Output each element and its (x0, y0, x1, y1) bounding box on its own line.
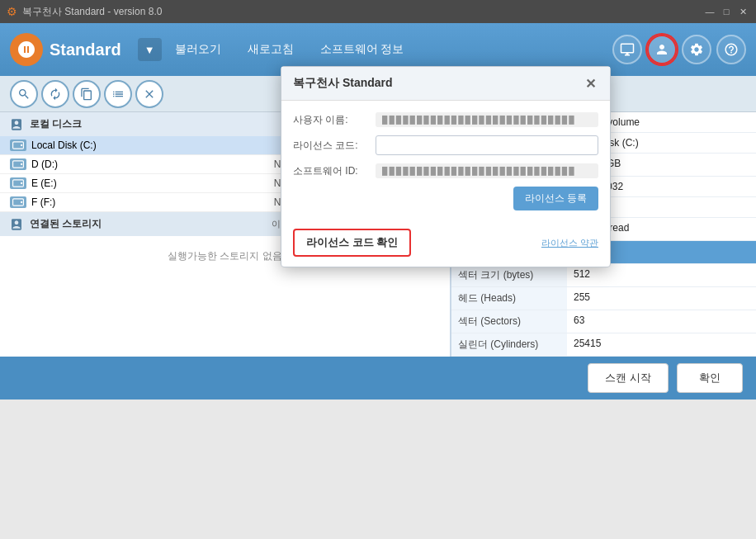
disk-name-c: Local Disk (C:) (31, 139, 236, 151)
conn-storage-label: 연결된 스토리지 (30, 217, 102, 231)
load-button[interactable]: 불러오기 (162, 35, 234, 64)
question-icon-button[interactable] (716, 35, 746, 64)
sector-size-label: 섹터 크기 (bytes) (451, 264, 567, 286)
refresh-label: 새로고침 (248, 42, 294, 57)
disk-icon-e (10, 177, 26, 189)
local-disk-label: 로컬 디스크 (30, 117, 82, 131)
software-id-label: 소프트웨어 ID: (293, 164, 376, 178)
app-logo: Standard (10, 33, 135, 66)
disk-icon-f (10, 196, 26, 208)
popup-username-row: 사용자 이름: ████████████████████████████ (293, 112, 598, 127)
sectors-struct-value: 63 (567, 310, 756, 333)
close-action-button[interactable] (135, 80, 163, 108)
cylinders-label: 실린더 (Cylinders) (451, 333, 567, 356)
svg-point-3 (21, 163, 22, 165)
svg-point-7 (21, 201, 22, 203)
disk-name-d: D (D:) (31, 158, 236, 170)
load-label: 불러오기 (175, 42, 221, 57)
list-action-button[interactable] (104, 80, 132, 108)
software-info-button[interactable]: 소프트웨어 정보 (307, 35, 418, 64)
register-license-button[interactable]: 라이선스 등록 (513, 187, 598, 210)
maximize-button[interactable]: □ (720, 5, 733, 18)
heads-value: 255 (567, 287, 756, 310)
license-confirm-button[interactable]: 라이선스 코드 확인 (293, 229, 411, 257)
popup-title: 복구천사 Standard (293, 76, 393, 91)
close-button[interactable]: ✕ (736, 5, 749, 18)
disk-icon-d (10, 158, 26, 170)
username-field-value: ████████████████████████████ (376, 112, 598, 127)
app-name: Standard (50, 40, 121, 59)
refresh-action-button[interactable] (41, 80, 69, 108)
toolbar-right (612, 35, 746, 64)
monitor-icon-button[interactable] (612, 35, 642, 64)
search-action-button[interactable] (10, 80, 38, 108)
license-popup: 복구천사 Standard ✕ 사용자 이름: ████████████████… (281, 66, 611, 267)
info-row-sectors-struct: 섹터 (Sectors) 63 (451, 310, 756, 333)
heads-label: 헤드 (Heads) (451, 287, 567, 310)
popup-license-row: 라이선스 코드: (293, 135, 598, 155)
sector-size-value: 512 (567, 264, 756, 286)
confirm-button[interactable]: 확인 (677, 363, 743, 393)
bottom-bar: 스캔 시작 확인 (0, 357, 756, 400)
title-bar-icon: ⚙ (7, 5, 17, 18)
title-bar-text: 복구천사 Standard - version 8.0 (22, 5, 162, 19)
svg-point-1 (21, 144, 22, 146)
cylinders-value: 25415 (567, 333, 756, 356)
copy-action-button[interactable] (73, 80, 101, 108)
info-row-sector-size: 섹터 크기 (bytes) 512 (451, 264, 756, 287)
info-row-heads: 헤드 (Heads) 255 (451, 287, 756, 310)
logo-icon (10, 33, 43, 66)
popup-actions: 라이선스 코드 확인 라이선스 약관 (281, 222, 610, 267)
info-row-cylinders: 실린더 (Cylinders) 25415 (451, 333, 756, 357)
sectors-struct-label: 섹터 (Sectors) (451, 310, 567, 333)
person-icon-button[interactable] (647, 35, 677, 64)
license-code-input[interactable] (376, 135, 598, 155)
dropdown-button[interactable]: ▼ (138, 38, 162, 61)
disk-icon-c (10, 139, 26, 151)
software-id-value: ████████████████████████████ (376, 163, 598, 178)
gear-icon-button[interactable] (682, 35, 711, 64)
refresh-button[interactable]: 새로고침 (234, 35, 307, 64)
title-bar: ⚙ 복구천사 Standard - version 8.0 — □ ✕ (0, 0, 756, 23)
popup-header: 복구천사 Standard ✕ (281, 67, 610, 101)
popup-close-button[interactable]: ✕ (582, 75, 598, 92)
dropdown-arrow: ▼ (144, 44, 155, 56)
svg-point-5 (21, 182, 22, 184)
scan-start-button[interactable]: 스캔 시작 (588, 363, 669, 393)
disk-name-e: E (E:) (31, 177, 236, 189)
title-bar-controls[interactable]: — □ ✕ (703, 5, 749, 18)
license-terms-link[interactable]: 라이선스 약관 (541, 237, 598, 249)
license-field-label: 라이선스 코드: (293, 139, 376, 153)
minimize-button[interactable]: — (703, 5, 716, 18)
popup-software-id-row: 소프트웨어 ID: ████████████████████████████ (293, 163, 598, 178)
popup-body: 사용자 이름: ████████████████████████████ 라이선… (281, 101, 610, 222)
disk-name-f: F (F:) (31, 196, 236, 208)
username-field-label: 사용자 이름: (293, 113, 376, 127)
software-info-label: 소프트웨어 정보 (320, 42, 404, 57)
